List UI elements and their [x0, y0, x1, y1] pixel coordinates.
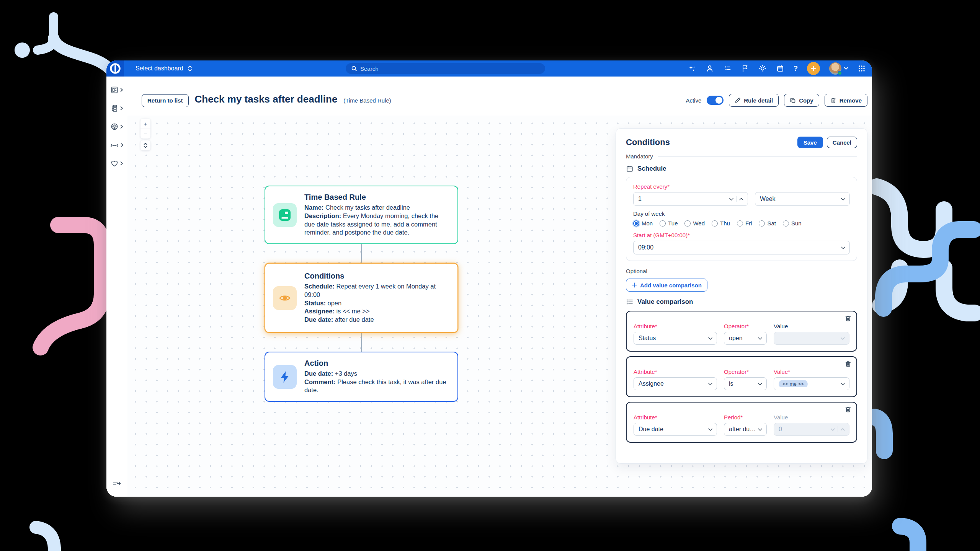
sidebar-item-projects[interactable] — [110, 103, 123, 114]
dashboard-selector[interactable]: Select dashboard — [136, 65, 193, 72]
left-sidebar — [106, 77, 127, 497]
chevron-down-icon — [830, 428, 835, 431]
expand-sidebar-button[interactable] — [112, 480, 121, 487]
day-radio-sun[interactable]: Sun — [783, 220, 802, 227]
value-select[interactable]: << me >> — [774, 377, 849, 390]
search-placeholder: Search — [360, 65, 379, 72]
node-title: Time Based Rule — [304, 193, 450, 202]
trash-icon — [845, 406, 851, 413]
attribute-label: Attribute* — [634, 368, 717, 375]
day-radio-mon[interactable]: Mon — [633, 220, 653, 227]
active-toggle[interactable] — [707, 96, 724, 105]
day-radio-tue[interactable]: Tue — [660, 220, 678, 227]
remove-button[interactable]: Remove — [825, 94, 867, 107]
period-label: Period* — [724, 414, 767, 421]
radio-icon — [712, 220, 718, 227]
radio-selected-icon — [633, 220, 639, 227]
chevron-down-icon — [841, 246, 846, 249]
calendar-icon[interactable] — [776, 64, 784, 73]
node-action[interactable]: Action Due date: +3 days Comment: Please… — [265, 352, 458, 402]
save-button[interactable]: Save — [797, 137, 823, 148]
eye-icon — [273, 286, 297, 310]
chevron-down-icon — [844, 67, 848, 70]
page-subtitle: (Time Based Rule) — [343, 97, 391, 104]
delete-comparison-button[interactable] — [845, 360, 851, 367]
day-of-week-radios: Mon Tue Wed Thu Fri Sat Sun — [633, 220, 850, 227]
radio-icon — [737, 220, 743, 227]
fit-view-icon — [143, 143, 148, 148]
day-radio-fri[interactable]: Fri — [737, 220, 752, 227]
sidebar-item-goals[interactable] — [110, 121, 123, 132]
value-label: Value — [774, 414, 849, 421]
book-icon — [273, 203, 297, 227]
attribute-select[interactable]: Assignee — [634, 377, 717, 390]
operator-select[interactable]: is — [724, 377, 767, 390]
delete-comparison-button[interactable] — [845, 315, 851, 322]
copy-icon — [790, 97, 796, 103]
toggle-knob — [715, 97, 722, 104]
flag-icon[interactable] — [741, 64, 749, 73]
conditions-panel: Conditions Save Cancel Mandatory — [616, 128, 867, 464]
copy-button[interactable]: Copy — [784, 94, 819, 107]
remove-label: Remove — [840, 97, 862, 104]
add-button[interactable]: + — [807, 62, 820, 75]
tree-icon — [110, 104, 119, 112]
expand-sidebar-icon — [112, 480, 121, 487]
app-window: Select dashboard Search — [106, 60, 872, 497]
zoom-out-button[interactable]: − — [140, 129, 150, 139]
radio-icon — [684, 220, 691, 227]
avatar[interactable] — [829, 62, 841, 75]
mandatory-divider: Mandatory — [626, 152, 857, 160]
trash-icon — [830, 97, 836, 104]
repeat-value-stepper[interactable]: 1 — [633, 192, 748, 206]
chevron-down-icon — [708, 337, 713, 340]
operator-select[interactable]: open — [724, 332, 767, 345]
apps-grid-icon[interactable] — [858, 64, 866, 73]
chevron-right-icon — [120, 106, 123, 111]
return-to-list-button[interactable]: Return to list — [142, 94, 189, 107]
power-logo-icon — [109, 62, 121, 75]
add-value-comparison-button[interactable]: Add value comparison — [626, 279, 707, 292]
day-radio-sat[interactable]: Sat — [759, 220, 776, 227]
period-select[interactable]: after due ... — [724, 423, 767, 436]
zoom-in-button[interactable]: + — [140, 119, 150, 129]
fit-view-button[interactable] — [140, 140, 150, 150]
start-time-select[interactable]: 09:00 — [633, 241, 850, 254]
chevron-down-icon[interactable] — [729, 197, 734, 201]
heart-icon — [110, 159, 119, 168]
chevron-right-icon — [120, 161, 123, 166]
attribute-select[interactable]: Due date — [634, 423, 717, 436]
user-menu[interactable] — [829, 62, 848, 75]
repeat-unit-select[interactable]: Week — [755, 192, 850, 206]
sidebar-item-favorites[interactable] — [110, 158, 123, 169]
node-time-based-rule[interactable]: Time Based Rule Name: Check my tasks aft… — [265, 186, 458, 244]
sidebar-item-dashboard[interactable] — [110, 85, 123, 95]
day-radio-wed[interactable]: Wed — [684, 220, 705, 227]
day-radio-thu[interactable]: Thu — [712, 220, 730, 227]
attribute-select[interactable]: Status — [634, 332, 717, 345]
me-token-chip[interactable]: << me >> — [779, 380, 808, 387]
radio-icon — [783, 220, 789, 227]
lightbulb-icon[interactable] — [758, 64, 767, 73]
sidebar-item-roadmap[interactable] — [110, 140, 124, 150]
cancel-button[interactable]: Cancel — [827, 137, 857, 148]
chevron-down-icon — [758, 428, 763, 431]
comparison-card: Attribute* Status Operator* open — [626, 311, 857, 352]
delete-comparison-button[interactable] — [845, 406, 851, 413]
rule-detail-button[interactable]: Rule detail — [729, 94, 779, 107]
rule-detail-label: Rule detail — [744, 97, 773, 104]
ai-sparkles-icon[interactable] — [688, 64, 696, 73]
node-conditions[interactable]: Conditions Schedule: Repeat every 1 week… — [265, 263, 458, 333]
chevron-right-icon — [120, 143, 124, 147]
search-input[interactable]: Search — [346, 63, 545, 74]
chevron-up-icon[interactable] — [739, 197, 744, 201]
user-icon[interactable] — [706, 64, 714, 73]
target-icon — [110, 122, 119, 131]
page-title: Check my tasks after deadline — [195, 93, 338, 105]
optional-divider: Optional — [626, 267, 857, 275]
page-header: Return to list Check my tasks after dead… — [142, 93, 867, 107]
chevron-down-icon — [758, 337, 763, 340]
help-icon[interactable]: ? — [794, 65, 798, 73]
repeat-every-label: Repeat every* — [633, 183, 850, 190]
checklist-icon[interactable] — [723, 64, 732, 73]
